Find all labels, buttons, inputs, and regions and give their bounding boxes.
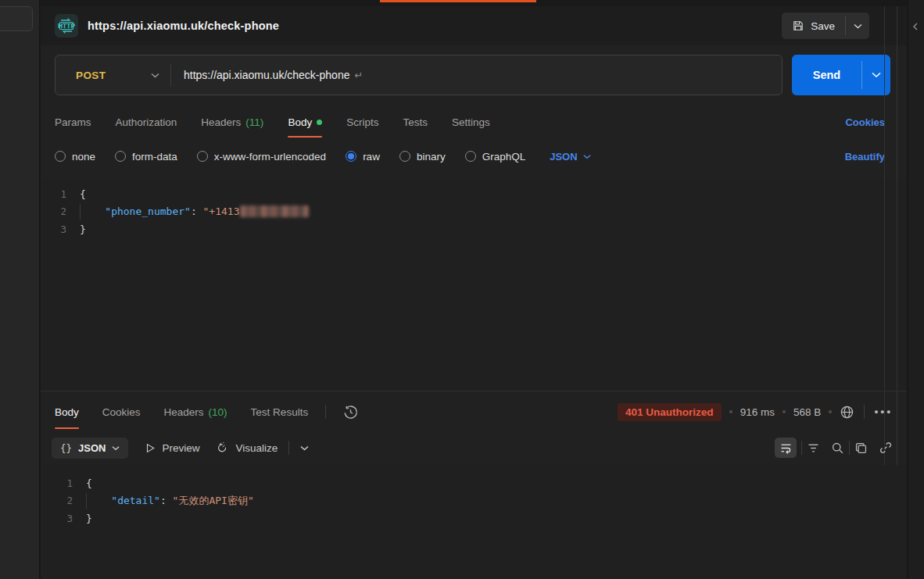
radio-x-www-form-urlencoded[interactable]: x-www-form-urlencoded (197, 151, 326, 163)
dot-separator (829, 410, 832, 413)
line-number: 1 (41, 477, 86, 489)
radio-binary[interactable]: binary (399, 151, 446, 163)
body-modified-dot (317, 120, 322, 125)
response-size[interactable]: 568 B (793, 406, 821, 418)
request-header: HTTP https://api.xiaomu.uk/check-phone S… (41, 6, 907, 45)
main-panel: HTTP https://api.xiaomu.uk/check-phone S… (41, 0, 907, 579)
sidebar-partial-item[interactable] (0, 6, 33, 31)
tab-params[interactable]: Params (55, 106, 91, 138)
line-number: 3 (41, 223, 80, 235)
code-content: { (80, 188, 86, 200)
dot-separator (783, 410, 786, 413)
code-token: : (191, 205, 203, 216)
code-token: { (80, 188, 86, 200)
response-history-icon[interactable] (343, 405, 358, 420)
radio-none[interactable]: none (55, 151, 95, 163)
radio-raw[interactable]: raw (346, 151, 380, 163)
code-token (87, 494, 111, 506)
divider (325, 405, 326, 419)
code-token: "detail" (111, 494, 160, 506)
headers-count: (11) (245, 116, 263, 128)
code-token: { (86, 477, 92, 489)
radio-form-data[interactable]: form-data (115, 151, 177, 163)
response-format-selector[interactable]: {} JSON (52, 438, 128, 459)
divider (849, 441, 850, 455)
save-button[interactable]: Save (782, 13, 845, 39)
collapse-panel-icon[interactable] (911, 22, 920, 31)
response-body-editor[interactable]: 1{2 "detail": "无效的API密钥"3} (41, 470, 907, 579)
network-globe-icon[interactable] (840, 405, 854, 420)
code-line: 1{ (41, 185, 906, 203)
visualize-sparkle-icon (215, 441, 229, 455)
request-url-row: POST https://api.xiaomu.uk/check-phone ↵… (55, 55, 890, 95)
method-caret-icon (151, 73, 159, 78)
more-formats-chevron[interactable] (300, 445, 309, 451)
request-tabs: Params Authorization Headers (11) Body S… (55, 106, 885, 138)
chevron-down-icon (583, 154, 591, 159)
tab-headers[interactable]: Headers (11) (201, 106, 263, 138)
wrap-text-icon[interactable] (775, 438, 797, 458)
raw-language-selector[interactable]: JSON (550, 151, 590, 163)
url-enter-hint: ↵ (354, 70, 363, 81)
radio-circle (115, 151, 126, 162)
url-box: POST https://api.xiaomu.uk/check-phone ↵ (55, 55, 783, 95)
dot-separator (729, 410, 732, 413)
active-tab-underline (288, 136, 322, 138)
divider (864, 405, 865, 419)
send-button[interactable]: Send (792, 55, 861, 95)
response-tab-test-results[interactable]: Test Results (251, 395, 309, 429)
save-options-button[interactable] (846, 13, 869, 39)
line-number: 2 (41, 495, 86, 506)
response-tab-cookies[interactable]: Cookies (102, 395, 141, 429)
code-token: "phone_number" (105, 205, 191, 216)
tab-body[interactable]: Body (288, 106, 322, 138)
radio-graphql[interactable]: GraphQL (465, 151, 526, 163)
redacted-value (240, 206, 309, 217)
code-line: 1{ (41, 474, 907, 492)
preview-button[interactable]: Preview (144, 442, 199, 454)
tab-scripts[interactable]: Scripts (346, 106, 378, 138)
more-options-icon[interactable]: ●●● (874, 408, 893, 416)
line-number: 2 (41, 206, 80, 217)
workspace-tabbar (41, 0, 907, 6)
request-body-editor[interactable]: 1{2 "phone_number": "+14133} (41, 178, 906, 391)
code-token: "无效的API密钥" (173, 494, 254, 506)
response-time[interactable]: 916 ms (740, 406, 775, 418)
left-sidebar (0, 0, 40, 579)
line-number: 1 (41, 188, 80, 200)
link-icon[interactable] (879, 441, 893, 455)
active-tab-underline (55, 427, 79, 429)
method-selector[interactable]: POST (56, 55, 170, 95)
filter-icon[interactable] (807, 441, 820, 455)
radio-circle (465, 151, 476, 162)
response-meta: 401 Unauthorized 916 ms 568 B ●●● (618, 403, 893, 421)
code-token (81, 205, 105, 216)
code-line: 3} (41, 220, 906, 238)
code-token: : (160, 494, 173, 506)
response-tools-right (775, 438, 893, 458)
status-badge[interactable]: 401 Unauthorized (618, 403, 722, 421)
tab-settings[interactable]: Settings (452, 106, 490, 138)
save-button-group: Save (782, 13, 869, 39)
tab-authorization[interactable]: Authorization (116, 106, 177, 138)
tab-tests[interactable]: Tests (403, 106, 428, 138)
url-input[interactable]: https://api.xiaomu.uk/check-phone (171, 69, 349, 81)
code-content: "detail": "无效的API密钥" (86, 493, 254, 509)
braces-icon: {} (60, 442, 72, 454)
method-label: POST (76, 70, 106, 81)
response-tabs: Body Cookies Headers (10) Test Results (55, 395, 893, 429)
response-toolbar: {} JSON Preview Visualize (52, 432, 893, 463)
search-icon[interactable] (831, 441, 844, 455)
visualize-button[interactable]: Visualize (215, 441, 278, 455)
response-body-panel: 1{2 "detail": "无效的API密钥"3} (41, 465, 907, 579)
code-token: } (80, 223, 86, 235)
divider (801, 441, 802, 455)
response-tab-headers[interactable]: Headers (10) (164, 395, 227, 429)
body-type-row: none form-data x-www-form-urlencoded raw… (55, 142, 885, 170)
response-tab-body[interactable]: Body (55, 395, 79, 429)
divider (288, 441, 289, 455)
code-content: "phone_number": "+1413 (80, 204, 309, 220)
code-line: 2 "detail": "无效的API密钥" (41, 492, 907, 510)
copy-icon[interactable] (854, 441, 868, 455)
code-content: { (86, 477, 92, 489)
